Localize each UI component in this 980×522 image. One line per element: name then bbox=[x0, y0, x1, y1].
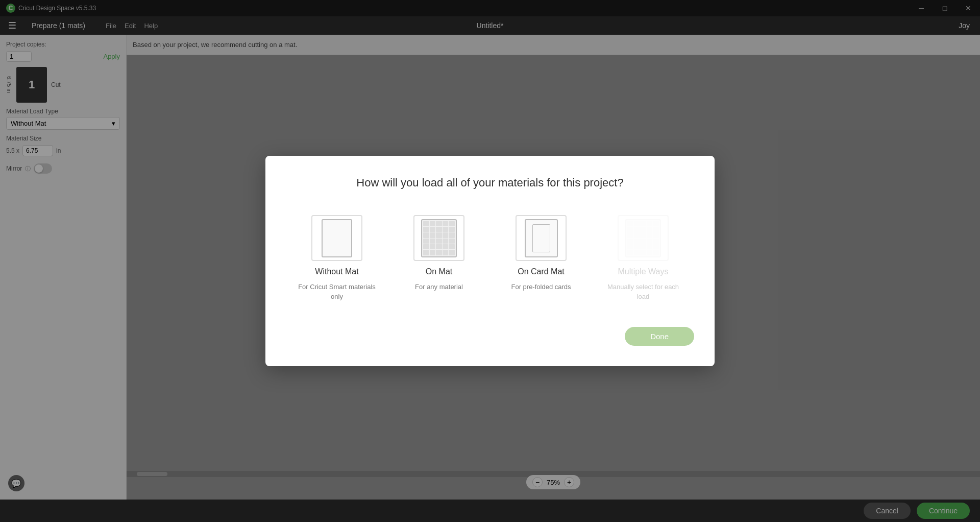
multiple-ways-icon bbox=[618, 215, 669, 261]
card-inner-graphic bbox=[532, 224, 550, 252]
modal-overlay: How will you load all of your materials … bbox=[0, 0, 980, 522]
option-on-card-mat[interactable]: On Card Mat For pre-folded cards bbox=[495, 210, 587, 306]
modal-dialog: How will you load all of your materials … bbox=[265, 156, 715, 366]
on-card-mat-label: On Card Mat bbox=[518, 267, 565, 276]
modal-footer: Done bbox=[286, 327, 694, 346]
on-mat-desc: For any material bbox=[415, 282, 463, 292]
on-card-mat-desc: For pre-folded cards bbox=[511, 282, 571, 292]
modal-title: How will you load all of your materials … bbox=[286, 176, 694, 189]
without-mat-graphic bbox=[322, 219, 352, 257]
without-mat-desc: For Cricut Smart materials only bbox=[296, 282, 378, 301]
on-card-mat-graphic bbox=[525, 219, 558, 257]
on-mat-label: On Mat bbox=[426, 267, 452, 276]
without-mat-label: Without Mat bbox=[315, 267, 358, 276]
on-card-mat-icon bbox=[516, 215, 567, 261]
multiple-ways-desc: Manually select for each load bbox=[602, 282, 684, 301]
multiple-ways-label: Multiple Ways bbox=[618, 267, 669, 276]
done-button[interactable]: Done bbox=[625, 327, 694, 346]
multiple-ways-graphic bbox=[625, 219, 661, 257]
on-mat-graphic bbox=[421, 219, 457, 257]
without-mat-icon bbox=[311, 215, 362, 261]
modal-options: Without Mat For Cricut Smart materials o… bbox=[286, 210, 694, 306]
option-multiple-ways: Multiple Ways Manually select for each l… bbox=[597, 210, 689, 306]
on-mat-icon bbox=[413, 215, 464, 261]
option-without-mat[interactable]: Without Mat For Cricut Smart materials o… bbox=[291, 210, 383, 306]
option-on-mat[interactable]: On Mat For any material bbox=[393, 210, 485, 306]
